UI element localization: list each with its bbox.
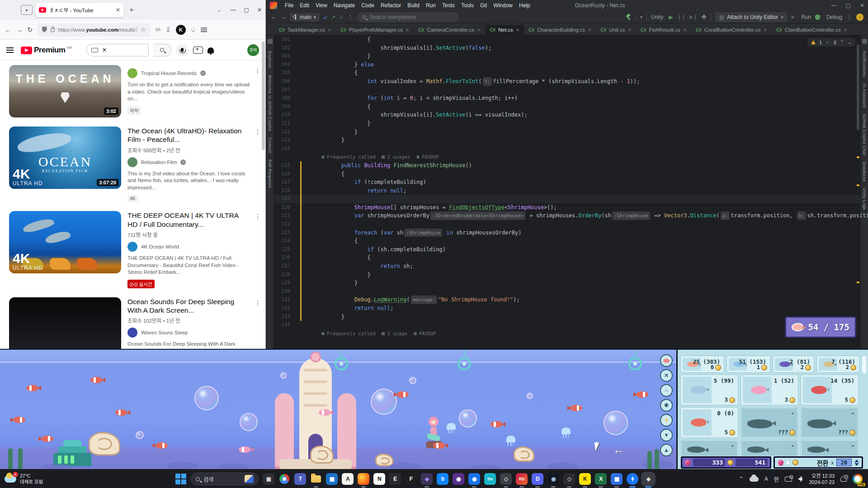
menu-file[interactable]: File (282, 1, 297, 9)
menu-run[interactable]: Run (423, 1, 439, 9)
code-line-112[interactable]: 112 } (274, 128, 860, 136)
taskbar-app-bluesky[interactable]: b (437, 473, 448, 485)
channel-avatar[interactable] (127, 242, 137, 252)
network-icon[interactable] (785, 477, 792, 482)
shield-icon[interactable] (42, 27, 47, 33)
video-result-row[interactable]: THE OCEAN3:02Tropical House Records✓Turn… (0, 61, 262, 122)
inspection-widget[interactable]: 1 ✓3 ⌃⌄ (807, 38, 855, 47)
taskbar-app-davinci[interactable]: Dv (484, 473, 496, 485)
git-update-icon[interactable]: ↙ (323, 14, 328, 20)
video-menu-icon[interactable]: ⋮ (255, 299, 261, 306)
nav-back-icon[interactable]: ← (271, 14, 277, 20)
tray-chevron-icon[interactable]: ⌃ (739, 476, 744, 482)
editor-tab-FishResult.cs[interactable]: C#FishResult.cs✕ (636, 25, 691, 35)
nav-forward-icon[interactable]: → (280, 14, 286, 20)
run-button[interactable]: ▶ Run (791, 14, 811, 20)
browser-scrollbar[interactable] (262, 42, 265, 150)
taskbar-app-epic-games[interactable]: E (389, 473, 401, 485)
tab-list-chevron-icon[interactable]: ⌄ (217, 7, 221, 13)
code-line-109[interactable]: 109 { (274, 103, 860, 111)
video-thumbnail[interactable]: THE OCEAN3:02 (9, 65, 121, 117)
git-commit-check-icon[interactable]: ✓ (340, 14, 344, 20)
tool-window-welcome-to-github-copilot[interactable]: Welcome to GitHub Copilot (268, 75, 273, 131)
inventory-item[interactable]: 5 (99)3 (680, 375, 738, 405)
inventory-item-locked[interactable]: -??? (801, 407, 859, 438)
taskbar-app-map-pin[interactable]: ◉ (468, 473, 480, 485)
code-line-117[interactable]: 117 if (!completeBuilding) (274, 178, 860, 187)
url-text[interactable]: https://www.youtube.com/results?se (58, 27, 137, 33)
video-thumbnail[interactable]: 24:00:01 (9, 297, 121, 349)
video-menu-icon[interactable]: ⋮ (255, 128, 261, 136)
url-bar[interactable]: https://www.youtube.com/results?se ☆ (38, 23, 151, 37)
editor-tab-CharacterBuilding.cs[interactable]: C#CharacterBuilding.cs✕ (524, 25, 596, 35)
code-line-106[interactable]: 106 int visualIndex = Mathf.FloorToInt(f… (274, 77, 860, 86)
code-line-105[interactable]: 105 { (274, 69, 860, 77)
taskbar-app-steam[interactable]: ◉ (547, 473, 559, 485)
code-line-124[interactable]: 124 { (274, 237, 860, 245)
forward-button[interactable]: → (16, 26, 23, 33)
update-notification-icon[interactable]: ↑ (856, 14, 863, 21)
menu-code[interactable]: Code (358, 1, 377, 9)
tool-window-commit[interactable]: Commit (268, 137, 273, 153)
menu-edit[interactable]: Edit (297, 1, 312, 9)
input-korean-indicator[interactable]: 한 (774, 475, 779, 483)
video-menu-icon[interactable]: ⋮ (255, 67, 261, 74)
tab-close-icon[interactable]: ✕ (328, 28, 331, 33)
input-latin-indicator[interactable]: A (764, 476, 768, 482)
tool-window-notifications[interactable]: Notifications (862, 51, 867, 77)
tab-close-icon[interactable]: ✕ (406, 28, 409, 33)
run-config-combo[interactable]: ◎ Attach to Unity Editor ▾ (715, 12, 788, 22)
inventory-item[interactable]: 14 (35)5 (801, 375, 859, 405)
inventory-item[interactable]: 25 (303)0 (680, 356, 724, 373)
search-button[interactable] (153, 44, 171, 56)
code-line-114[interactable]: 114 (274, 145, 860, 153)
code-line-118[interactable]: 118 return null; (274, 187, 860, 195)
menu-icon[interactable] (201, 28, 207, 32)
code-line-120[interactable]: 120 ShrimpHouse[] shrimpHouses = FindObj… (274, 203, 860, 212)
pocket-icon[interactable]: ♾ (155, 26, 161, 34)
channel-row[interactable]: 4K Ocean World (127, 242, 250, 252)
tab-close-icon[interactable]: ✕ (627, 28, 631, 33)
inventory-item[interactable]: 7 (116)2 (816, 356, 859, 373)
keyboard-icon[interactable] (91, 48, 98, 52)
notification-bell-icon[interactable] (840, 476, 847, 482)
code-line-115[interactable]: 115 public Building FindNearestShrimpHou… (274, 161, 860, 170)
inventory-item-locked[interactable]: - (741, 440, 798, 456)
clock[interactable]: 오전 12:332024-07-23 (809, 473, 835, 486)
tool-window-github-copilot-chat[interactable]: GitHub Copilot Chat (862, 114, 867, 155)
code-line-125[interactable]: 125 if (sh.completeBuilding) (274, 245, 860, 254)
menu-navigate[interactable]: Navigate (330, 1, 358, 9)
channel-avatar[interactable] (127, 68, 137, 78)
voice-search-button[interactable] (176, 44, 189, 56)
tool-window-database[interactable]: Database (862, 162, 867, 182)
tool-window-unity-logs[interactable]: Unity Logs (862, 188, 867, 210)
channel-row[interactable]: Tropical House Records✓ (127, 68, 250, 78)
unity-attach-icon[interactable]: ✥ (702, 14, 707, 20)
taskbar-app-calculator[interactable]: ▦ (611, 473, 623, 485)
code-line-134[interactable]: 134 (274, 321, 860, 329)
channel-avatar[interactable] (127, 157, 137, 167)
channel-name[interactable]: Tropical House Records (141, 70, 197, 76)
tab-close-icon[interactable]: ✕ (116, 7, 120, 13)
editor-tab-PlayerPrefsManager.cs[interactable]: C#PlayerPrefsManager.cs✕ (336, 25, 414, 35)
code-line-108[interactable]: 108 for (int i = 0; i < shrimpVisuals.Le… (274, 94, 860, 103)
tab-close-icon[interactable]: ✕ (844, 28, 847, 33)
tab-close-icon[interactable]: ✕ (516, 28, 519, 33)
create-button[interactable] (193, 47, 203, 54)
browser-tab[interactable]: ㅐㅊㄷ무 - YouTube ✕ (35, 3, 124, 17)
taskbar-app-kakaotalk[interactable]: K (579, 473, 591, 485)
code-line-104[interactable]: 104 } else (274, 61, 860, 69)
minimize-button[interactable]: — (231, 7, 236, 13)
game-button-chat[interactable]: ◦◦ (660, 384, 673, 397)
channel-name[interactable]: 4K Ocean World (141, 244, 179, 249)
taskbar-app-firefox[interactable] (358, 473, 369, 485)
menu-tools[interactable]: Tools (458, 1, 477, 9)
build-chevron-icon[interactable]: ▾ (640, 15, 642, 19)
maximize-button[interactable]: ▢ (244, 7, 249, 13)
ide-close-button[interactable]: ✕ (860, 2, 864, 9)
menu-build[interactable]: Build (404, 1, 423, 9)
profile-avatar[interactable]: 조아 (247, 44, 259, 56)
search-input[interactable]: ✕ (86, 44, 149, 56)
taskbar-app-hexagon-tool[interactable]: ◇ (563, 473, 575, 485)
editor-tab-ClamButtonController.cs[interactable]: C#ClamButtonController.cs✕ (772, 25, 852, 35)
